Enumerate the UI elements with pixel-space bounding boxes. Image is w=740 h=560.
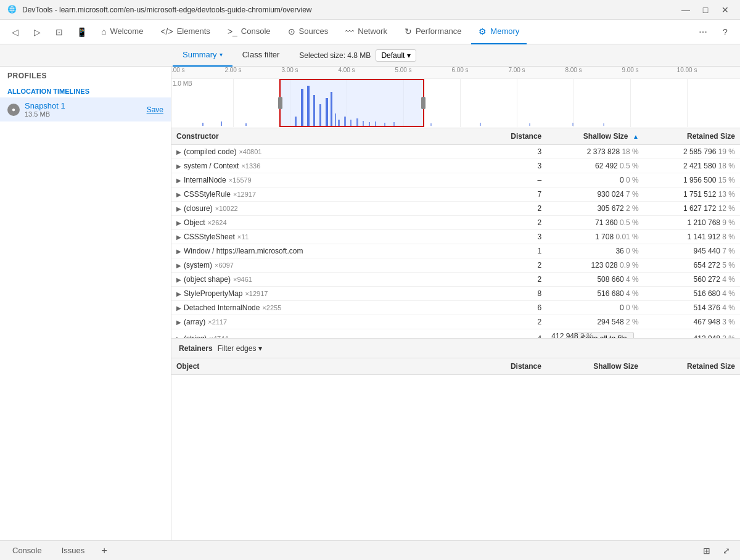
retainers-col-retained[interactable]: Retained Size <box>643 358 740 375</box>
constructor-name: (array) <box>184 318 205 326</box>
constructor-cell: ▶ (compiled code) ×40801 <box>171 145 498 159</box>
table-row[interactable]: ▶ Object ×2624 271 360 0.5 %1 210 768 9 … <box>171 216 740 230</box>
filter-edges-button[interactable]: Filter edges ▾ <box>218 344 263 353</box>
expand-arrow[interactable]: ▶ <box>176 177 181 184</box>
snapshot-size: 13.5 MB <box>25 110 142 118</box>
help-button[interactable]: ? <box>715 22 735 42</box>
tick-3s: 3.00 s <box>281 67 298 73</box>
table-row[interactable]: ▶ Window / https://learn.microsoft.com 1… <box>171 244 740 258</box>
distance-cell: 6 <box>498 301 546 315</box>
count-badge: ×12917 <box>245 290 268 297</box>
minimize-button[interactable]: — <box>678 2 693 17</box>
expand-arrow[interactable]: ▶ <box>176 205 181 212</box>
shallow-sort-arrow: ▲ <box>633 133 639 140</box>
retainers-col-shallow[interactable]: Shallow Size <box>546 358 643 375</box>
table-row[interactable]: ▶ system / Context ×1336 362 492 0.5 %2 … <box>171 159 740 173</box>
sidebar-item-snapshot1[interactable]: ● Snapshot 1 13.5 MB Save <box>0 97 171 121</box>
expand-arrow[interactable]: ▶ <box>176 163 181 170</box>
col-header-shallow[interactable]: Shallow Size ▲ <box>546 128 644 145</box>
main-table-area[interactable]: Constructor Distance Shallow Size ▲ Reta… <box>171 128 740 338</box>
tick-5s: 5.00 s <box>395 67 411 73</box>
summary-dropdown-arrow[interactable]: ▾ <box>220 51 223 58</box>
col-header-retained[interactable]: Retained Size <box>644 128 740 145</box>
default-dropdown-arrow[interactable]: ▾ <box>407 51 411 60</box>
expand-arrow[interactable]: ▶ <box>176 234 181 241</box>
table-row[interactable]: ▶ (array) ×2117 2294 548 2 %467 948 3 % <box>171 315 740 329</box>
close-button[interactable]: ✕ <box>718 2 733 17</box>
count-badge: ×11 <box>237 233 249 241</box>
tab-elements[interactable]: </> Elements <box>153 20 217 44</box>
table-row[interactable]: ▶ (object shape) ×9461 2508 660 4 %560 2… <box>171 273 740 287</box>
bottom-tab-console[interactable]: Console <box>5 543 49 558</box>
col-header-distance[interactable]: Distance <box>498 128 546 145</box>
more-tools-button[interactable]: ⋯ <box>693 22 713 42</box>
expand-arrow[interactable]: ▶ <box>176 191 181 198</box>
retainers-col-distance[interactable]: Distance <box>498 358 546 375</box>
expand-arrow[interactable]: ▶ <box>176 220 181 226</box>
inspect-button[interactable]: ⊡ <box>49 22 69 42</box>
bottom-tab-issues[interactable]: Issues <box>54 543 92 558</box>
constructor-name: (compiled code) <box>184 147 236 156</box>
expand-arrow[interactable]: ▶ <box>176 290 181 297</box>
timeline-chart[interactable]: 1.0 MB <box>171 79 740 127</box>
add-panel-button[interactable]: + <box>97 543 112 558</box>
col-header-constructor[interactable]: Constructor <box>171 128 498 145</box>
save-snapshot-link[interactable]: Save <box>147 105 163 114</box>
timeline-wrapper: 1.00 s 2.00 s 3.00 s 4.00 s 5.00 s 6.00 … <box>171 67 740 128</box>
shallow-cell: 1 708 0.01 % <box>546 230 644 244</box>
constructor-name: CSSStyleSheet <box>184 233 235 241</box>
sub-tab-summary[interactable]: Summary ▾ <box>173 44 232 67</box>
sub-tab-class-filter[interactable]: Class filter <box>232 44 290 67</box>
back-button[interactable]: ◁ <box>5 22 25 42</box>
constructor-name: (object shape) <box>184 275 231 284</box>
retainers-col-object[interactable]: Object <box>171 358 498 375</box>
tab-network[interactable]: 〰 Network <box>338 20 395 44</box>
count-badge: ×15579 <box>229 176 252 184</box>
dock-icon[interactable]: ⊞ <box>698 542 715 559</box>
count-badge: ×2255 <box>262 304 281 311</box>
table-row[interactable]: ▶ CSSStyleRule ×12917 7930 024 7 %1 751 … <box>171 187 740 202</box>
table-row[interactable]: ▶ (system) ×6097 2123 028 0.9 %654 272 5… <box>171 258 740 273</box>
sidebar-section-title: ALLOCATION TIMELINES <box>0 85 171 97</box>
table-row[interactable]: ▶ CSSStyleSheet ×11 31 708 0.01 %1 141 9… <box>171 230 740 244</box>
expand-arrow[interactable]: ▶ <box>176 305 181 311</box>
table-row[interactable]: ▶ InternalNode ×15579 –0 0 %1 956 500 15… <box>171 173 740 187</box>
table-row[interactable]: ▶ StylePropertyMap ×12917 8516 680 4 %51… <box>171 287 740 301</box>
filter-edges-arrow: ▾ <box>258 344 262 353</box>
snapshot-info: Snapshot 1 13.5 MB <box>25 101 142 118</box>
bottom-bar: Console Issues + ⊞ ⤢ <box>0 540 740 560</box>
device-toggle-button[interactable]: 📱 <box>72 22 91 42</box>
count-badge: ×40801 <box>239 148 261 155</box>
maximize-button[interactable]: □ <box>698 2 713 17</box>
constructor-name: (closure) <box>184 204 213 213</box>
tab-console[interactable]: >_ Console <box>220 20 278 44</box>
count-badge: ×2624 <box>208 219 227 226</box>
constructor-name: InternalNode <box>184 176 226 184</box>
tab-welcome[interactable]: ⌂ Welcome <box>94 20 150 44</box>
distance-cell: 3 <box>498 145 546 159</box>
table-row[interactable]: ▶ (string) ×4744 4Save all to file412 94… <box>171 329 740 339</box>
default-button[interactable]: Default ▾ <box>376 49 416 62</box>
tab-sources[interactable]: ⊙ Sources <box>281 20 336 44</box>
distance-cell: 4 <box>498 329 546 339</box>
table-row[interactable]: ▶ Detached InternalNode ×2255 60 0 %514 … <box>171 301 740 315</box>
tab-memory[interactable]: ⚙ Memory <box>471 20 527 44</box>
tab-performance[interactable]: ↻ Performance <box>397 20 469 44</box>
expand-arrow[interactable]: ▶ <box>176 276 181 283</box>
table-row[interactable]: ▶ (closure) ×10022 2305 672 2 %1 627 172… <box>171 202 740 216</box>
tick-4s: 4.00 s <box>338 67 355 73</box>
memory-icon: ⚙ <box>479 27 487 36</box>
constructor-cell: ▶ (system) ×6097 <box>171 258 498 273</box>
expand-arrow[interactable]: ▶ <box>176 319 181 326</box>
shallow-cell: 71 360 0.5 % <box>546 216 644 230</box>
undock-icon[interactable]: ⤢ <box>718 542 735 559</box>
svg-rect-4 <box>301 89 303 126</box>
forward-button[interactable]: ▷ <box>27 22 47 42</box>
expand-arrow[interactable]: ▶ <box>176 262 181 269</box>
expand-arrow[interactable]: ▶ <box>176 149 181 155</box>
tick-8s: 8.00 s <box>565 67 582 73</box>
expand-arrow[interactable]: ▶ <box>176 248 181 255</box>
distance-cell: 2 <box>498 216 546 230</box>
welcome-icon: ⌂ <box>101 27 106 36</box>
table-row[interactable]: ▶ (compiled code) ×40801 32 373 828 18 %… <box>171 145 740 159</box>
